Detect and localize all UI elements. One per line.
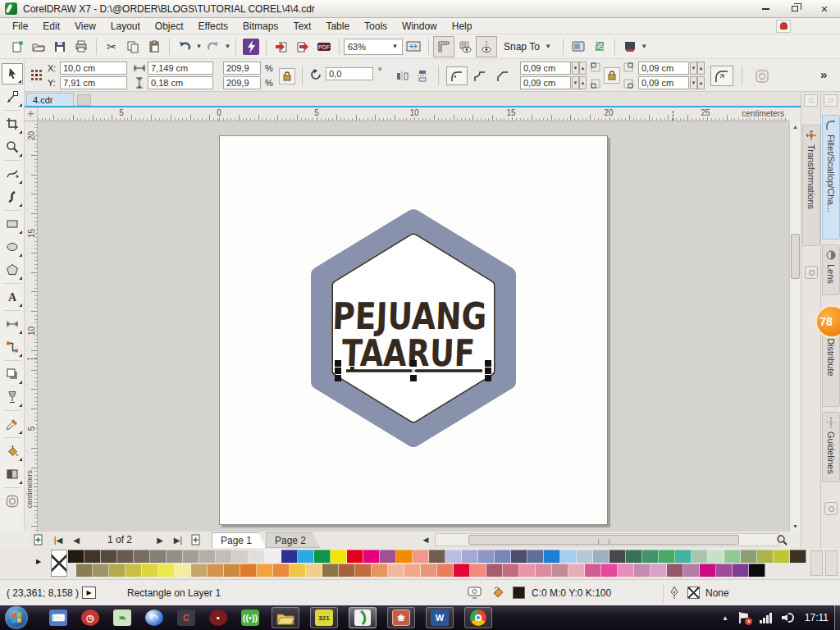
color-swatch[interactable] [445,550,462,563]
taskbar-clock[interactable]: 17:11 [805,612,829,623]
color-swatch[interactable] [462,550,478,563]
taskbar-chrome-icon[interactable] [464,607,492,628]
scroll-left-icon[interactable]: ◀ [420,533,431,546]
zoom-tool[interactable] [2,136,23,158]
color-swatch[interactable] [486,564,503,577]
palette-scroll-button[interactable] [810,550,823,576]
taskbar-media-app-icon[interactable]: ▪ [208,607,229,628]
color-swatch[interactable] [183,550,199,563]
add-page-button[interactable] [31,533,46,546]
redo-dropdown-icon[interactable]: ▼ [224,43,231,50]
color-swatch[interactable] [68,550,84,563]
color-swatch[interactable] [388,564,404,577]
export-icon[interactable] [292,36,313,57]
mirror-horizontal-button[interactable] [394,67,412,85]
docker-tab-fillet-scallop-chamfer[interactable]: Fillet/Scallop/Cha... [822,115,840,240]
sign-in-icon[interactable] [776,20,791,33]
color-swatch[interactable] [626,550,642,563]
color-swatch[interactable] [347,550,363,563]
color-swatch[interactable] [109,564,126,577]
color-swatch[interactable] [224,564,240,577]
color-swatch[interactable] [675,550,692,563]
full-screen-preview-icon[interactable] [403,36,424,57]
color-swatch[interactable] [199,550,216,563]
color-swatch[interactable] [568,564,585,577]
color-swatch[interactable] [306,564,322,577]
corner-tr-spinner[interactable]: ▼▲ [690,62,705,75]
color-swatch[interactable] [651,564,667,577]
menu-effects[interactable]: Effects [191,18,235,34]
new-document-icon[interactable] [7,36,28,57]
menu-bitmaps[interactable]: Bitmaps [235,18,285,34]
close-button[interactable]: × [814,2,835,15]
color-swatch[interactable] [84,550,101,563]
color-swatch[interactable] [519,564,536,577]
shape-tool[interactable] [2,86,23,107]
undo-dropdown-icon[interactable]: ▼ [195,43,203,50]
color-swatch[interactable] [716,564,733,577]
color-swatch[interactable] [273,564,290,577]
color-swatch[interactable] [372,564,388,577]
taskbar-wifi-app-icon[interactable]: ((•)) [240,607,261,628]
color-proof-icon[interactable] [468,587,482,599]
save-icon[interactable] [49,36,71,57]
taskbar-explorer-icon[interactable] [272,607,299,628]
color-swatch[interactable] [749,564,765,577]
document-tab[interactable]: 4.cdr [26,93,74,106]
color-swatch[interactable] [511,550,527,563]
color-swatch[interactable] [683,564,700,577]
minimize-button[interactable] [755,2,776,15]
pejuang-taaruf-badge[interactable]: PEJUANG TAARUF [308,208,519,447]
vertical-scrollbar[interactable]: ▲ ▼ [789,121,801,532]
color-swatch[interactable] [593,550,609,563]
corner-br-spinner[interactable]: ▼▲ [690,76,705,89]
page-tab-2[interactable]: Page 2 [266,532,320,548]
taskbar-ccleaner-icon[interactable]: C [176,607,197,628]
taskbar-coreldraw-icon[interactable] [349,607,377,628]
horizontal-ruler[interactable]: 5 0 5 10 15 20 25 centimeters [38,107,789,121]
color-swatch[interactable] [175,564,191,577]
docker-pin-icon[interactable]: □ [804,94,818,107]
horizontal-scroll-thumb[interactable] [468,535,739,545]
object-properties-icon[interactable] [589,36,610,57]
color-swatch[interactable] [265,550,281,563]
color-swatch[interactable] [733,564,749,577]
palette-flyout-icon[interactable]: ▶ [36,558,41,565]
corner-radius-br-field[interactable]: 0,09 cm [638,76,689,89]
next-page-button[interactable]: ▶ [153,533,167,546]
color-swatch[interactable] [216,550,232,563]
color-swatch[interactable] [167,550,183,563]
options-icon[interactable] [568,36,589,57]
taskbar-alarm-app-icon[interactable]: ◷ [80,607,101,628]
color-swatch[interactable] [413,550,429,563]
color-swatch[interactable] [741,550,757,563]
text-tool[interactable]: A [2,286,23,308]
color-swatch[interactable] [724,550,741,563]
taskbar-browser-ball-icon[interactable]: ◠ [144,607,165,628]
scroll-down-icon[interactable]: ▼ [790,521,801,532]
taskbar-photoscape-icon[interactable]: ❀ [387,607,415,628]
rotation-angle-field[interactable]: 0,0 [326,67,373,80]
paste-icon[interactable] [144,36,165,57]
tray-expand-icon[interactable]: ▲ [722,614,728,622]
outline-color-swatch[interactable] [687,587,700,599]
palette-expand-button[interactable] [825,550,838,576]
docker-tab-transformations[interactable]: Transformations [802,125,820,246]
color-swatch[interactable] [659,550,675,563]
corner-radius-tl-field[interactable]: 0,09 cm [520,62,571,75]
docker-collapse-button[interactable] [824,502,838,515]
convert-to-curves-icon[interactable] [753,67,771,85]
color-swatch[interactable] [249,550,265,563]
page-tab-1[interactable]: Page 1 [212,532,266,548]
restore-button[interactable] [784,2,806,15]
docker-tab-lens[interactable]: Lens [822,244,840,295]
lock-ratio-button[interactable] [279,68,295,84]
color-swatch[interactable] [774,550,790,563]
x-position-field[interactable]: 10,0 cm [60,62,127,75]
fill-tool[interactable] [2,441,23,462]
connector-tool[interactable] [2,336,23,358]
open-icon[interactable] [28,36,49,57]
import-icon[interactable] [271,36,292,57]
undo-icon[interactable] [174,36,195,57]
color-eyedropper-tool[interactable] [2,413,23,435]
